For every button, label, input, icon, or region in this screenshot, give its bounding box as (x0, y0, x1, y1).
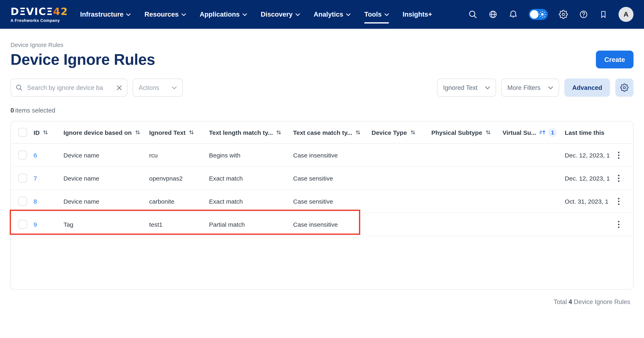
nav-item-resources[interactable]: Resources (144, 11, 186, 18)
globe-language-icon[interactable] (488, 10, 498, 19)
brand-logo[interactable]: DΞVICΞ42 A Freshworks Company (10, 6, 68, 23)
toolbar: Actions Ignored Text More Filters Advanc… (10, 79, 634, 97)
advanced-button[interactable]: Advanced (564, 79, 610, 97)
table-header-row: ID Ignore device based on Ignored Text T… (11, 121, 633, 144)
nav-item-label: Analytics (314, 11, 343, 18)
cell-ignore-device-based-on: Device name (64, 198, 149, 205)
actions-dropdown[interactable]: Actions (132, 79, 183, 97)
table-settings-button[interactable] (615, 79, 634, 97)
column-header-label: Virtual Su... (502, 129, 536, 136)
sort-icon[interactable] (486, 129, 491, 135)
bookmark-icon[interactable] (599, 10, 608, 19)
kebab-menu-icon[interactable] (618, 174, 620, 182)
cell-text-case-match: Case sensitive (293, 175, 372, 182)
cell-ignored-text: rcu (149, 151, 209, 158)
table-row[interactable]: 8 Device name carbonite Exact match Case… (11, 190, 633, 213)
sort-ascending-icon[interactable] (540, 129, 546, 135)
nav-item-discovery[interactable]: Discovery (261, 11, 300, 18)
logo-accent: 42 (53, 6, 68, 17)
column-header-id[interactable]: ID (34, 129, 64, 136)
selection-text: items selected (15, 107, 55, 114)
nav-item-label: Tools (364, 11, 382, 18)
kebab-menu-icon[interactable] (618, 220, 620, 228)
title-row: Device Ignore Rules Create (10, 51, 634, 68)
cell-text-length-match: Exact match (209, 198, 293, 205)
notifications-bell-icon[interactable] (508, 10, 518, 19)
column-header-label: Last time this (565, 129, 604, 136)
row-checkbox[interactable] (18, 197, 27, 206)
total-prefix: Total (554, 298, 567, 305)
search-input[interactable] (26, 84, 113, 92)
row-checkbox[interactable] (18, 150, 27, 159)
column-header-last-time-this[interactable]: Last time this (565, 129, 610, 136)
screen: DΞVICΞ42 A Freshworks Company Infrastruc… (0, 0, 644, 338)
column-header-label: Ignore device based on (64, 129, 132, 136)
column-header-device-type[interactable]: Device Type (372, 129, 431, 136)
nav-item-applications[interactable]: Applications (200, 11, 247, 18)
row-checkbox-cell (11, 197, 34, 206)
clear-search-icon[interactable] (116, 85, 122, 90)
nav-item-label: Resources (144, 11, 179, 18)
row-checkbox-cell (11, 174, 34, 183)
nav-item-infrastructure[interactable]: Infrastructure (80, 11, 131, 18)
select-all-checkbox[interactable] (18, 128, 27, 137)
nav-item-tools[interactable]: Tools (364, 11, 389, 18)
sort-icon[interactable] (356, 129, 361, 135)
table-body: 6 Device name rcu Begins with Case insen… (11, 144, 633, 236)
nav-item-analytics[interactable]: Analytics (314, 11, 350, 18)
sort-icon[interactable] (276, 129, 281, 135)
sort-icon[interactable] (410, 129, 416, 135)
row-id-link[interactable]: 8 (34, 198, 37, 205)
cell-ignored-text: carbonite (149, 198, 209, 205)
help-icon[interactable] (579, 10, 588, 19)
quick-filter-dropdown[interactable]: Ignored Text (437, 79, 496, 97)
user-avatar[interactable]: A (618, 7, 634, 22)
kebab-menu-icon[interactable] (618, 151, 620, 159)
search-box[interactable] (10, 79, 127, 97)
table-row[interactable]: 9 Tag test1 Partial match Case insensiti… (11, 213, 633, 236)
navbar-icon-group: A (468, 7, 634, 22)
column-header-text-length-match-ty[interactable]: Text length match ty... (209, 129, 293, 136)
page-title: Device Ignore Rules (10, 51, 155, 68)
total-count: 4 (568, 298, 572, 305)
sort-icon[interactable] (189, 129, 194, 135)
search-icon[interactable] (468, 10, 478, 19)
sort-icon[interactable] (43, 129, 48, 135)
settings-gear-icon[interactable] (559, 10, 568, 19)
column-header-physical-subtype[interactable]: Physical Subtype (431, 129, 502, 136)
row-id-link[interactable]: 7 (34, 175, 37, 182)
row-checkbox[interactable] (18, 220, 27, 229)
kebab-menu-icon[interactable] (618, 197, 620, 205)
column-header-ignored-text[interactable]: Ignored Text (149, 129, 209, 136)
cell-ignore-device-based-on: Tag (64, 221, 149, 228)
chevron-down-icon (242, 13, 247, 16)
theme-toggle[interactable] (529, 9, 548, 20)
column-header-virtual-su[interactable]: Virtual Su... 1 (502, 128, 565, 137)
active-tab-underline (364, 22, 389, 24)
column-header-ignore-device-based-on[interactable]: Ignore device based on (64, 129, 149, 136)
nav-item-insights[interactable]: Insights+ (403, 11, 432, 18)
create-button[interactable]: Create (596, 51, 634, 68)
row-id-link[interactable]: 6 (34, 151, 37, 158)
nav-item-label: Infrastructure (80, 11, 124, 18)
row-menu-cell (610, 174, 627, 182)
row-menu-cell (610, 197, 627, 205)
table-row[interactable]: 7 Device name openvpnas2 Exact match Cas… (11, 167, 633, 190)
column-header-text-case-match-ty[interactable]: Text case match ty... (293, 129, 372, 136)
row-id-link[interactable]: 9 (34, 221, 37, 228)
nav-item-label: Discovery (261, 11, 293, 18)
breadcrumb[interactable]: Device Ignore Rules (10, 30, 634, 48)
sun-icon (538, 11, 546, 20)
row-checkbox[interactable] (18, 174, 27, 183)
cell-ignored-text: openvpnas2 (149, 175, 209, 182)
column-header-label: Physical Subtype (431, 129, 482, 136)
main-nav-menu: Infrastructure Resources Applications Di… (80, 11, 432, 18)
chevron-down-icon (346, 13, 350, 16)
chevron-down-icon (182, 13, 186, 16)
sort-icon[interactable] (135, 129, 140, 135)
gear-icon (620, 83, 629, 92)
table-row[interactable]: 6 Device name rcu Begins with Case insen… (11, 144, 633, 167)
cell-ignore-device-based-on: Device name (64, 175, 149, 182)
column-header-label: ID (34, 129, 40, 136)
more-filters-dropdown[interactable]: More Filters (501, 79, 559, 97)
